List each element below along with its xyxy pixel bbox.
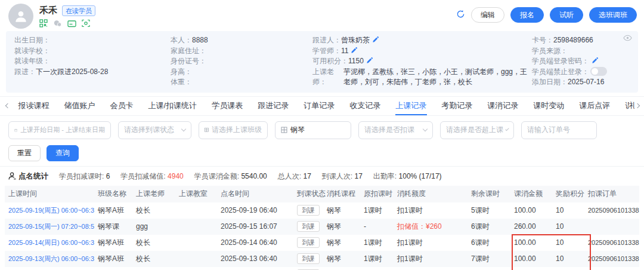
class-time-link[interactable]: 2025-09-15(周一) 07:20~08:55 <box>8 223 94 230</box>
tab[interactable]: 上课/扣课统计 <box>141 97 205 115</box>
classroom-cell <box>175 235 217 251</box>
added-date-value: 2025-07-16 <box>568 77 604 88</box>
column-header: 课消金额 <box>510 186 552 202</box>
class-time-link[interactable]: 2025-09-13(周六) 06:00~06:30 <box>8 255 94 262</box>
tab[interactable]: 课时变动 <box>526 97 572 115</box>
edit-follower-icon[interactable] <box>372 36 379 47</box>
attended-status-button[interactable]: 到课 <box>297 205 320 216</box>
tab-label: 储值账户 <box>64 100 95 111</box>
tab[interactable]: 报读课程 <box>11 97 57 115</box>
search-button[interactable]: 查询 <box>47 145 79 161</box>
tab[interactable]: 学员课表 <box>205 97 250 115</box>
table-body: 2025-09-19(周五) 06:00~06:30 钢琴A班 校长 2025-… <box>5 202 639 270</box>
class-select[interactable]: 请选择上课班级 <box>199 121 268 139</box>
school-label: 就读学校： <box>14 46 50 57</box>
roll-time-cell: 2025-09-14 06:40 <box>217 235 293 251</box>
stat-value: 100% (17/17) <box>399 172 442 180</box>
edit-button[interactable]: 编辑 <box>471 7 504 23</box>
stat-label: 总人次: <box>278 172 304 180</box>
tab[interactable]: 课后作业 <box>618 97 629 115</box>
member-card-icon[interactable] <box>67 20 76 27</box>
grid-icon <box>205 127 209 133</box>
column-header: 消耗额度 <box>394 186 467 202</box>
consume-amount-cell: 100.00 <box>510 251 552 267</box>
tab[interactable]: 考勤记录 <box>434 97 480 115</box>
stats-items: 学员扣减课时: 6 学员扣减储值: 4940 学员课消金额: 5540.00 总… <box>59 171 442 182</box>
enroll-button[interactable]: 报名 <box>510 7 544 23</box>
tab[interactable]: 储值账户 <box>57 97 103 115</box>
tab-label: 订单记录 <box>304 100 335 111</box>
deduct-select-placeholder: 请选择是否扣课 <box>364 125 414 135</box>
wechat-icon[interactable] <box>53 20 62 27</box>
classroom-cell <box>175 251 217 267</box>
classroom-cell <box>175 202 217 219</box>
tab[interactable]: 跟进记录 <box>250 97 296 115</box>
course-cell: 钢琴 <box>323 251 360 267</box>
tab-label: 报读课程 <box>18 100 49 111</box>
attended-status-button[interactable]: 到课 <box>297 237 320 248</box>
tab[interactable]: 订单记录 <box>296 97 342 115</box>
tab[interactable]: 上课记录 <box>388 97 434 115</box>
class-time-link[interactable]: 2025-09-19(周五) 06:00~06:30 <box>8 207 94 214</box>
teachers-value: 芋泥椰，孟教练，张三，小陈，小王，测试老师，ggg，王老师，刘可，朱陆伟，丁老师… <box>343 67 532 88</box>
column-header: 到课状态 <box>293 186 323 202</box>
stat-label: 学员扣减课时: <box>59 172 106 180</box>
class-time-link[interactable]: 2025-09-14(周日) 06:00~06:30 <box>8 239 94 246</box>
deduct-order-cell: 2025090610133838 <box>584 235 639 251</box>
stat-item: 学员扣减课时: 6 <box>59 171 110 182</box>
column-header: 扣课订单 <box>584 186 639 202</box>
consume-quota-cell: 扣1课时 <box>397 206 423 214</box>
column-header: 上课时间 <box>5 186 94 202</box>
date-range-input[interactable]: 上课开始日期 - 上课结束日期 <box>8 121 111 139</box>
remaining-hours-cell: 7课时 <box>467 251 510 267</box>
tab[interactable]: 课消记录 <box>480 97 526 115</box>
reset-button[interactable]: 重置 <box>8 145 41 161</box>
forbid-login-toggle[interactable] <box>590 67 607 76</box>
attended-status-button[interactable]: 到课 <box>297 253 320 264</box>
change-class-button[interactable]: 选班调班 <box>589 7 637 23</box>
teachers-label: 上课老师： <box>312 67 343 88</box>
follower-label: 跟进人： <box>312 35 341 46</box>
edit-password-icon[interactable] <box>592 57 598 68</box>
audition-button[interactable]: 试听 <box>550 7 583 23</box>
roll-time-cell: 2025-09-19 06:40 <box>217 202 293 219</box>
tabs-scroll-right-icon[interactable] <box>635 103 640 108</box>
tab-label: 课消记录 <box>487 100 518 111</box>
tab-overflow-partial[interactable]: 礼 <box>629 100 634 111</box>
self-phone-value: 8888 <box>192 35 208 46</box>
overbook-select[interactable]: 请选择是否超上课 <box>440 121 514 139</box>
course-cell: 钢琴 <box>323 202 360 219</box>
attended-status-button[interactable]: 到课 <box>297 221 320 232</box>
table-row: 2025-09-13(周六) 06:00~06:30 钢琴A班 校长 2025-… <box>5 251 639 267</box>
teacher-cell: 校长 <box>132 202 175 219</box>
face-scan-icon[interactable] <box>82 19 90 27</box>
consume-amount-cell: 100.00 <box>510 202 552 219</box>
refresh-icon[interactable] <box>456 10 465 20</box>
deduct-select[interactable]: 请选择是否扣课 <box>358 121 433 139</box>
stat-item: 学员扣减储值: 4940 <box>120 171 183 182</box>
info-col-4: 卡号：2598489666 学员来源： 学员端登录密码： 学员端禁止登录： 添加… <box>532 35 630 88</box>
deduct-order-cell: 2025090610133838 <box>584 202 639 219</box>
course-select-value: 钢琴 <box>290 125 305 135</box>
eye-icon[interactable] <box>623 35 632 43</box>
edit-advisor-icon[interactable] <box>351 47 357 57</box>
attendance-status-select[interactable]: 请选择到课状态 <box>118 121 191 139</box>
order-number-input[interactable]: 请输入订单号 <box>521 121 597 139</box>
tab[interactable]: 会员卡 <box>103 97 141 115</box>
tab-label: 课后作业 <box>625 100 629 111</box>
card-number-label: 卡号： <box>532 35 553 46</box>
calendar-icon <box>14 127 17 134</box>
tabs-scroll-left-icon[interactable] <box>5 103 10 108</box>
stat-item: 总人次: 17 <box>278 171 311 182</box>
original-hours-cell: 1课时 <box>360 235 394 251</box>
tab-label: 上课记录 <box>395 100 426 111</box>
stat-value: 4940 <box>168 172 184 180</box>
edit-points-icon[interactable] <box>366 57 373 68</box>
tab-label: 学员课表 <box>212 100 243 111</box>
course-select[interactable]: 钢琴 <box>275 121 351 139</box>
self-phone-label: 本人： <box>171 35 192 46</box>
tab[interactable]: 收支记录 <box>342 97 388 115</box>
added-date-label: 添加日期： <box>532 77 568 88</box>
tab[interactable]: 课后点评 <box>572 97 618 115</box>
qr-code-icon[interactable] <box>39 19 48 27</box>
